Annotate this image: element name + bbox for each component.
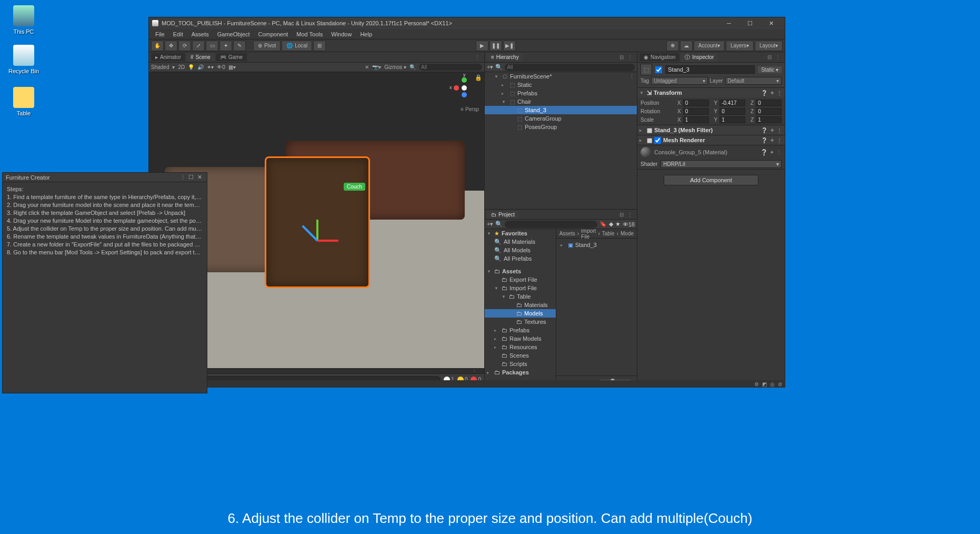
- scene-root[interactable]: ▼⎔FurnitureScene*⋮: [485, 72, 637, 81]
- inspector-opts-icon[interactable]: ⊟ ⋮: [767, 54, 785, 60]
- play-button[interactable]: ▶: [476, 41, 488, 51]
- fav-item[interactable]: 🔍All Prefabs: [485, 254, 556, 263]
- pos-z[interactable]: 0: [756, 100, 782, 106]
- status-icon[interactable]: ⊘: [778, 381, 782, 387]
- hierarchy-item[interactable]: ▼⬚Chair: [485, 97, 637, 106]
- rect-tool[interactable]: ▭: [206, 41, 218, 51]
- desktop-icon-pc[interactable]: This PC: [5, 5, 42, 35]
- scl-z[interactable]: 1: [756, 116, 782, 123]
- account-dropdown[interactable]: Account ▾: [694, 41, 725, 51]
- scale-tool[interactable]: ⤢: [192, 41, 205, 51]
- rot-z[interactable]: 0: [756, 108, 782, 115]
- snap-toggle[interactable]: ⊞: [313, 41, 326, 51]
- packages-header[interactable]: ▸🗀Packages: [485, 368, 556, 377]
- renderer-checkbox[interactable]: [654, 137, 661, 144]
- tab-animator[interactable]: ▸ Animator: [151, 53, 185, 61]
- menu-window[interactable]: Window: [327, 30, 356, 38]
- minimize-button[interactable]: ─: [718, 17, 739, 29]
- folder-item[interactable]: 🗀Scripts: [485, 360, 556, 368]
- hidden-icon[interactable]: 👁0: [217, 64, 225, 70]
- filter-icon[interactable]: ◆: [609, 221, 613, 228]
- tab-project[interactable]: 🗀 Project: [487, 211, 519, 219]
- assets-header[interactable]: ▼🗀Assets: [485, 267, 556, 275]
- persp-label[interactable]: ≡ Persp: [461, 106, 479, 112]
- tab-inspector[interactable]: ⓘ Inspector: [681, 53, 718, 62]
- menu-file[interactable]: File: [151, 30, 169, 38]
- menu-help[interactable]: Help: [356, 30, 376, 38]
- transform-tool[interactable]: ✦: [219, 41, 232, 51]
- folder-item[interactable]: ▼🗀Import File: [485, 284, 556, 292]
- add-button[interactable]: +▾: [487, 64, 493, 71]
- cloud-icon[interactable]: ☁: [680, 41, 693, 51]
- local-toggle[interactable]: 🌐 Local: [282, 41, 312, 51]
- breadcrumb-item[interactable]: Mode: [621, 231, 634, 236]
- tag-dropdown[interactable]: Untagged▾: [651, 77, 707, 85]
- scl-x[interactable]: 1: [683, 116, 709, 123]
- close-button[interactable]: ✕: [761, 17, 782, 29]
- layer-dropdown[interactable]: Default▾: [725, 77, 782, 85]
- collab-icon[interactable]: ❋: [666, 41, 679, 51]
- 2d-toggle[interactable]: 2D: [178, 64, 185, 70]
- grid-icon[interactable]: ▦▾: [228, 64, 236, 70]
- project-opts-icon[interactable]: ⊟ ⋮: [619, 212, 637, 217]
- material-header[interactable]: Console_Group_5 (Material)❔ ✦ ⋮: [637, 145, 785, 159]
- asset-item[interactable]: ▸▣Stand_3: [558, 241, 635, 249]
- shaded-dropdown[interactable]: Shaded: [151, 64, 169, 70]
- breadcrumb-item[interactable]: Assets: [559, 231, 575, 236]
- menu-edit[interactable]: Edit: [169, 30, 187, 38]
- light-icon[interactable]: 💡: [188, 64, 194, 70]
- menu-modtools[interactable]: Mod Tools: [292, 30, 327, 38]
- hierarchy-item[interactable]: ⬚CameraGroup: [485, 114, 637, 123]
- fx-icon[interactable]: ✦▾: [207, 64, 214, 70]
- pos-x[interactable]: 0: [683, 100, 709, 106]
- shader-dropdown[interactable]: HDRP/Lit▾: [661, 160, 782, 168]
- step-button[interactable]: ▶❚: [503, 41, 516, 51]
- console-options-icon[interactable]: ⋮: [472, 369, 481, 373]
- filter-icon[interactable]: 🔖: [599, 221, 607, 228]
- add-component-button[interactable]: Add Component: [664, 175, 758, 185]
- rot-x[interactable]: 0: [683, 108, 709, 115]
- hierarchy-item[interactable]: ⬚PosesGroup: [485, 123, 637, 131]
- menu-assets[interactable]: Assets: [187, 30, 213, 38]
- folder-item[interactable]: 🗀Scenes: [485, 351, 556, 360]
- orientation-gizmo[interactable]: y x: [454, 77, 475, 98]
- add-asset-button[interactable]: +▾: [487, 221, 493, 228]
- fav-item[interactable]: 🔍All Materials: [485, 238, 556, 246]
- hierarchy-item[interactable]: ▸⬚Prefabs: [485, 89, 637, 97]
- tab-hierarchy[interactable]: ≡ Hierarchy: [487, 53, 523, 61]
- meshfilter-header[interactable]: ▸▦Stand_3 (Mesh Filter)❔ ✦ ⋮: [637, 125, 785, 135]
- transform-header[interactable]: ▼⇲Transform❔ ✦ ⋮: [637, 88, 785, 97]
- active-checkbox[interactable]: [655, 66, 662, 73]
- hierarchy-item[interactable]: ▸⬚Static: [485, 81, 637, 89]
- desktop-icon-table[interactable]: Table: [5, 87, 42, 116]
- camera-icon[interactable]: 📷▾: [372, 64, 381, 70]
- project-search[interactable]: [505, 221, 597, 228]
- tab-game[interactable]: 🎮 Game: [216, 53, 247, 61]
- layers-dropdown[interactable]: Layers ▾: [726, 41, 754, 51]
- object-icon[interactable]: ⬚: [641, 64, 652, 75]
- favorites-header[interactable]: ▼★Favorites: [485, 229, 556, 238]
- status-icon[interactable]: ◎: [770, 381, 775, 387]
- gizmos-dropdown[interactable]: Gizmos ▾: [384, 64, 406, 70]
- pivot-toggle[interactable]: ⊕ Pivot: [253, 41, 281, 51]
- filter-icon[interactable]: ★: [615, 221, 621, 228]
- object-name-field[interactable]: Stand_3: [665, 65, 755, 74]
- status-icon[interactable]: ⚙: [754, 381, 759, 387]
- folder-item[interactable]: 🗀Textures: [485, 318, 556, 326]
- hierarchy-item-selected[interactable]: ⬚Stand_3: [485, 106, 637, 114]
- breadcrumb-item[interactable]: Table: [602, 231, 615, 236]
- tools-icon[interactable]: ✕: [365, 64, 369, 70]
- folder-item[interactable]: ▸🗀Resources: [485, 343, 556, 351]
- folder-item[interactable]: ▸🗀Raw Models: [485, 334, 556, 343]
- scl-y[interactable]: 1: [719, 116, 745, 123]
- desktop-icon-recycle[interactable]: Recycle Bin: [5, 45, 42, 74]
- hierarchy-search[interactable]: [505, 64, 635, 71]
- rot-y[interactable]: 0: [719, 108, 745, 115]
- move-gizmo[interactable]: [302, 220, 333, 251]
- maximize-button[interactable]: ☐: [739, 17, 761, 29]
- custom-tool[interactable]: ✎: [233, 41, 246, 51]
- panel-options-icon[interactable]: ⋮: [475, 54, 484, 60]
- menu-gameobject[interactable]: GameObject: [213, 30, 254, 38]
- status-icon[interactable]: ◩: [762, 381, 767, 387]
- breadcrumb-item[interactable]: Import File: [581, 229, 596, 240]
